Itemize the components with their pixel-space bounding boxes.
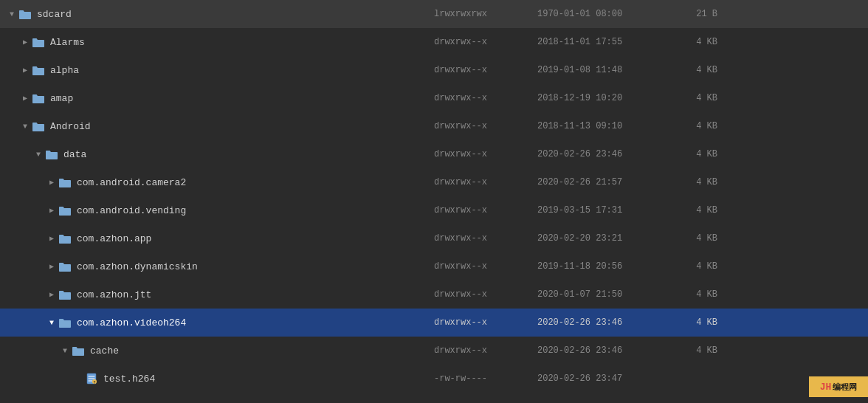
collapse-toggle[interactable] (6, 8, 18, 20)
tree-row[interactable]: com.android.vendingdrwxrwx--x2019-03-15 … (0, 196, 868, 224)
row-size: 4 KB (670, 37, 729, 47)
row-size: 4 KB (670, 261, 729, 272)
tree-row[interactable]: amapdrwxrwx--x2018-12-19 10:204 KB (0, 84, 868, 112)
tree-row[interactable]: datadrwxrwx--x2020-02-26 23:464 KB (0, 140, 868, 168)
folder-icon (31, 120, 46, 132)
tree-row[interactable]: alphadrwxrwx--x2019-01-08 11:484 KB (0, 56, 868, 84)
row-name-cell: com.android.vending (6, 204, 434, 216)
expand-toggle[interactable] (46, 289, 58, 300)
row-size: 4 KB (670, 233, 729, 244)
row-permissions: drwxrwx--x (434, 289, 537, 300)
item-name-label: Android (50, 121, 91, 132)
folder-icon (58, 317, 72, 328)
row-name-cell: com.azhon.videoh264 (6, 317, 434, 328)
row-name-cell: ? test.h264 (6, 373, 434, 385)
tree-row[interactable]: sdcardlrwxrwxrwx1970-01-01 08:0021 B (0, 0, 868, 28)
row-permissions: drwxrwx--x (434, 121, 537, 131)
item-name-label: com.android.camera2 (77, 177, 186, 188)
folder-icon (58, 232, 72, 244)
row-name-cell: amap (6, 92, 434, 104)
row-size: 4 KB (670, 205, 729, 216)
collapse-toggle[interactable] (59, 345, 71, 356)
expand-toggle[interactable] (19, 36, 31, 48)
row-name-cell: alpha (6, 64, 434, 76)
row-size: 4 KB (670, 345, 729, 356)
expand-toggle[interactable] (19, 92, 31, 104)
tree-row[interactable]: cachedrwxrwx--x2020-02-26 23:464 KB (0, 337, 868, 365)
collapse-toggle[interactable] (46, 317, 58, 328)
row-date: 2019-11-18 20:56 (537, 261, 670, 272)
row-size: 4 KB (670, 93, 729, 103)
tree-row[interactable]: com.azhon.dynamicskindrwxrwx--x2019-11-1… (0, 252, 868, 280)
expand-toggle[interactable] (46, 204, 58, 216)
row-size: 4 KB (670, 65, 729, 75)
row-name-cell: cache (6, 345, 434, 356)
tree-row[interactable]: com.android.camera2drwxrwx--x2020-02-26 … (0, 168, 868, 196)
tree-row[interactable]: Androiddrwxrwx--x2018-11-13 09:104 KB (0, 112, 868, 140)
file-tree: sdcardlrwxrwxrwx1970-01-01 08:0021 B Ala… (0, 0, 868, 403)
row-date: 2020-02-26 23:46 (537, 345, 670, 356)
item-name-label: com.azhon.dynamicskin (77, 261, 198, 272)
row-size: 4 KB (670, 289, 729, 300)
folder-icon (31, 36, 46, 48)
row-date: 2020-02-26 23:46 (537, 149, 670, 159)
tree-row[interactable]: Alarmsdrwxrwx--x2018-11-01 17:554 KB (0, 28, 868, 56)
row-permissions: drwxrwx--x (434, 93, 537, 103)
item-name-label: com.azhon.jtt (77, 289, 151, 300)
folder-icon (18, 8, 32, 20)
expand-toggle[interactable] (46, 176, 58, 188)
collapse-toggle[interactable] (32, 148, 44, 160)
row-permissions: drwxrwx--x (434, 65, 537, 75)
row-date: 2020-02-26 23:47 (537, 373, 670, 384)
folder-icon (31, 64, 46, 76)
folder-icon (44, 148, 59, 160)
tree-row[interactable]: com.azhon.videoh264drwxrwx--x2020-02-26 … (0, 309, 868, 337)
row-size: 4 KB (670, 317, 729, 328)
item-name-label: test.h264 (103, 373, 155, 385)
row-permissions: drwxrwx--x (434, 149, 537, 159)
row-permissions: drwxrwx--x (434, 205, 537, 216)
row-date: 2018-12-19 10:20 (537, 93, 670, 103)
row-name-cell: sdcard (6, 8, 434, 20)
row-name-cell: com.azhon.jtt (6, 289, 434, 300)
folder-icon (71, 345, 86, 356)
row-date: 2019-03-15 17:31 (537, 205, 670, 216)
row-permissions: drwxrwx--x (434, 177, 537, 187)
folder-icon (31, 92, 46, 104)
watermark: JH 编程网 (809, 376, 868, 397)
tree-row[interactable]: com.azhon.jttdrwxrwx--x2020-01-07 21:504… (0, 280, 868, 309)
row-name-cell: Alarms (6, 36, 434, 48)
row-size: 21 B (670, 9, 729, 19)
item-name-label: com.android.vending (77, 205, 186, 216)
row-date: 1970-01-01 08:00 (537, 9, 670, 19)
file-icon: ? (84, 373, 99, 385)
expand-toggle[interactable] (19, 64, 31, 76)
expand-toggle[interactable] (46, 232, 58, 244)
row-date: 2018-11-13 09:10 (537, 121, 670, 131)
row-date: 2020-01-07 21:50 (537, 289, 670, 300)
folder-icon (58, 204, 72, 216)
svg-text:?: ? (93, 381, 95, 385)
tree-row[interactable]: ? test.h264-rw-rw----2020-02-26 23:47 (0, 365, 868, 393)
folder-icon (58, 176, 72, 188)
row-permissions: drwxrwx--x (434, 37, 537, 47)
row-permissions: drwxrwx--x (434, 345, 537, 356)
row-size: 4 KB (670, 149, 729, 159)
row-date: 2020-02-20 23:21 (537, 233, 670, 244)
row-name-cell: data (6, 148, 434, 160)
tree-row[interactable]: com.azhon.appdrwxrwx--x2020-02-20 23:214… (0, 224, 868, 252)
row-date: 2020-02-26 23:46 (537, 317, 670, 328)
row-permissions: drwxrwx--x (434, 317, 537, 328)
collapse-toggle[interactable] (19, 120, 31, 132)
row-name-cell: Android (6, 120, 434, 132)
item-name-label: data (63, 149, 86, 160)
item-name-label: Alarms (50, 37, 85, 48)
row-permissions: drwxrwx--x (434, 233, 537, 244)
row-size: 4 KB (670, 177, 729, 187)
row-size: 4 KB (670, 121, 729, 131)
folder-icon (58, 261, 72, 272)
row-permissions: drwxrwx--x (434, 261, 537, 272)
row-name-cell: com.azhon.dynamicskin (6, 261, 434, 272)
item-name-label: com.azhon.app (77, 233, 151, 244)
expand-toggle[interactable] (46, 261, 58, 272)
